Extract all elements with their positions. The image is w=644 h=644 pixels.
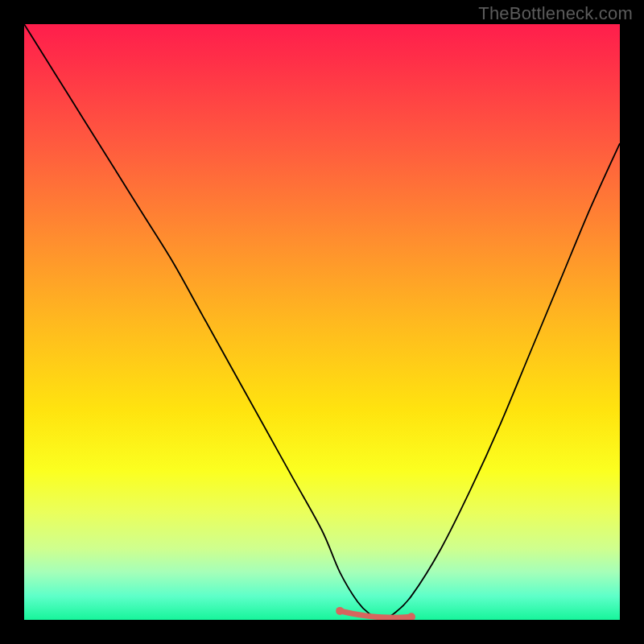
curve-path	[24, 24, 620, 620]
chart-root: TheBottleneck.com	[0, 0, 644, 644]
marker-right-dot	[407, 613, 415, 620]
plot-area	[24, 24, 620, 620]
optimal-range-marker	[340, 611, 411, 617]
marker-left-dot	[336, 607, 344, 615]
watermark-label: TheBottleneck.com	[478, 3, 633, 24]
bottleneck-curve	[24, 24, 620, 620]
